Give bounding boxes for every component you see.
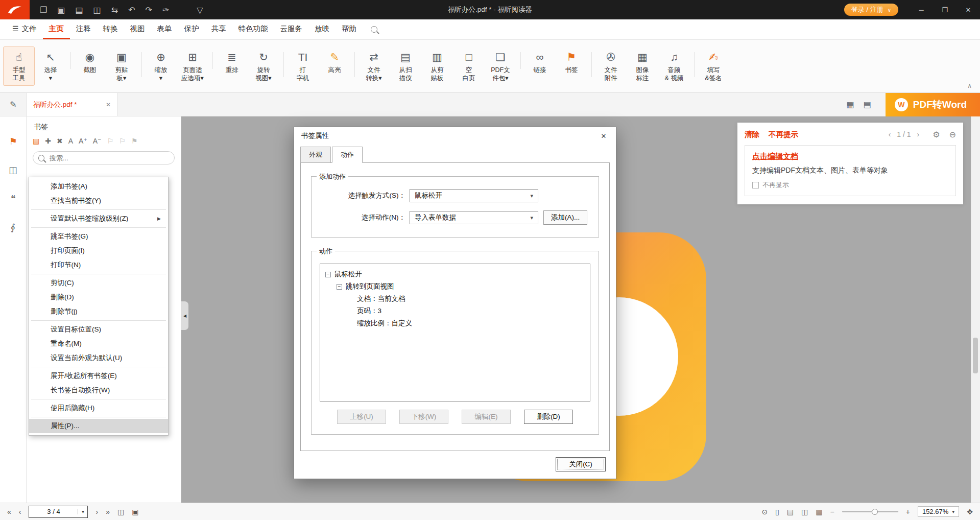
reading-view-icon[interactable]: ▤ bbox=[864, 100, 871, 109]
panel-collapse-handle[interactable]: ◀ bbox=[181, 301, 188, 330]
close-button[interactable]: ✕ bbox=[957, 0, 980, 19]
add-action-button[interactable]: 添加(A)... bbox=[543, 210, 587, 225]
ctx-delete-section[interactable]: 删除节(j) bbox=[29, 304, 168, 319]
page-number-box[interactable]: 3 / 4 ▾ bbox=[29, 506, 88, 518]
minimize-button[interactable]: ─ bbox=[910, 0, 933, 19]
ctx-goto-bookmark[interactable]: 跳至书签(G) bbox=[29, 229, 168, 244]
collapse-tip-icon[interactable]: ⊖ bbox=[949, 130, 956, 139]
tip-next-icon[interactable]: › bbox=[917, 130, 920, 138]
ribbon-snapshot[interactable]: ◉ 截图 bbox=[74, 46, 106, 78]
dialog-tab-action[interactable]: 动作 bbox=[332, 147, 363, 163]
ribbon-typewriter[interactable]: TI 打 字机 bbox=[287, 46, 319, 86]
continuous-facing-icon[interactable]: ▦ bbox=[816, 508, 822, 516]
dialog-close-icon[interactable]: ✕ bbox=[594, 129, 613, 143]
ribbon-link[interactable]: ∞ 链接 bbox=[524, 46, 556, 78]
ctx-expand-collapse-all[interactable]: 展开/收起所有书签(E) bbox=[29, 369, 168, 383]
comments-panel-icon[interactable]: ❝ bbox=[11, 193, 16, 204]
ribbon-file-attachment[interactable]: ✇ 文件 附件 bbox=[595, 46, 627, 86]
clipboard-view-icon[interactable]: ▣ bbox=[132, 508, 138, 516]
fullscreen-icon[interactable]: ✥ bbox=[967, 508, 973, 516]
zoom-in-button[interactable]: + bbox=[906, 508, 910, 516]
next-page-button[interactable]: › bbox=[95, 508, 98, 516]
ribbon-file-convert[interactable]: ⇄ 文件 转换▾ bbox=[358, 46, 390, 86]
convert-icon[interactable]: ⇆ bbox=[111, 5, 118, 15]
menu-convert[interactable]: 转换 bbox=[97, 19, 124, 39]
menu-protect[interactable]: 保护 bbox=[178, 19, 205, 39]
tab-close-icon[interactable]: ✕ bbox=[106, 101, 111, 108]
decrease-text-icon[interactable]: A⁻ bbox=[93, 137, 102, 145]
ribbon-fill-sign[interactable]: ✍ 填写 &签名 bbox=[698, 46, 729, 86]
ribbon-hand-tool[interactable]: ☝ 手型 工具 bbox=[3, 46, 35, 86]
zoom-out-button[interactable]: − bbox=[830, 508, 834, 516]
menu-file[interactable]: ☰ 文件 bbox=[6, 19, 43, 39]
read-mode-icon[interactable]: ⊙ bbox=[761, 508, 768, 516]
menu-view[interactable]: 视图 bbox=[124, 19, 151, 39]
bookmark-settings-icon[interactable]: ⚑ bbox=[131, 137, 138, 145]
ctx-set-destination[interactable]: 设置目标位置(S) bbox=[29, 322, 168, 337]
facing-page-icon[interactable]: ◫ bbox=[801, 508, 808, 516]
attachments-panel-icon[interactable]: ∮ bbox=[11, 222, 15, 233]
ribbon-image-annotation[interactable]: ▦ 图像 标注 bbox=[627, 46, 658, 86]
trigger-select[interactable]: 鼠标松开 ▾ bbox=[410, 189, 538, 202]
bookmark-panel-icon[interactable]: ⚑ bbox=[9, 136, 17, 147]
ctx-find-current-bookmark[interactable]: 查找当前书签(Y) bbox=[29, 194, 168, 208]
ctx-default-zoom-level[interactable]: 设置默认书签缩放级别(Z) ▶ bbox=[29, 211, 168, 226]
last-page-button[interactable]: » bbox=[106, 508, 110, 516]
ribbon-from-clipboard[interactable]: ▥ 从剪 贴板 bbox=[421, 46, 453, 86]
prev-page-button[interactable]: ‹ bbox=[19, 508, 21, 516]
document-tab[interactable]: 福昕办公.pdf * ✕ bbox=[27, 93, 117, 116]
zoom-slider-thumb[interactable] bbox=[872, 509, 878, 515]
maximize-button[interactable]: ❐ bbox=[933, 0, 957, 19]
pages-panel-icon[interactable]: ◫ bbox=[9, 164, 17, 176]
ribbon-rotate-view[interactable]: ↻ 旋转 视图▾ bbox=[248, 46, 279, 86]
first-page-button[interactable]: « bbox=[7, 508, 11, 516]
save-icon[interactable]: ▣ bbox=[57, 5, 65, 15]
export-icon[interactable]: ◫ bbox=[93, 5, 101, 15]
scrollbar-thumb[interactable] bbox=[973, 338, 978, 373]
ribbon-blank-page[interactable]: □ 空 白页 bbox=[453, 46, 485, 86]
action-tree-row[interactable]: 文档：当前文档 bbox=[325, 293, 585, 305]
ink-sign-icon[interactable]: ✑ bbox=[162, 5, 169, 15]
print-icon[interactable]: ▤ bbox=[75, 5, 83, 15]
ribbon-pdf-portfolio[interactable]: ❏ PDF文 件包▾ bbox=[485, 46, 516, 86]
ribbon-highlight[interactable]: ✎ 高亮 bbox=[319, 46, 350, 78]
gear-icon[interactable]: ⚙ bbox=[933, 130, 940, 139]
undo-icon[interactable]: ↶ bbox=[128, 5, 135, 15]
increase-text-icon[interactable]: A⁺ bbox=[79, 137, 87, 145]
single-page-icon[interactable]: ▯ bbox=[775, 508, 779, 516]
action-tree-row[interactable]: 缩放比例：自定义 bbox=[325, 317, 585, 329]
menu-comment[interactable]: 注释 bbox=[70, 19, 97, 39]
action-tree-row[interactable]: 鼠标松开 bbox=[325, 268, 585, 280]
ctx-print-page[interactable]: 打印页面(I) bbox=[29, 244, 168, 258]
menu-search-button[interactable] bbox=[371, 19, 377, 39]
bookmark-search-box[interactable] bbox=[33, 151, 175, 164]
rename-bookmark-icon[interactable]: A bbox=[68, 137, 73, 145]
pencil-icon[interactable]: ✎ bbox=[0, 93, 27, 116]
menu-help[interactable]: 帮助 bbox=[336, 19, 363, 39]
close-dialog-button[interactable]: 关闭(C) bbox=[556, 457, 606, 471]
ctx-properties[interactable]: 属性(P)... bbox=[29, 419, 168, 433]
ctx-wrap-long-bookmarks[interactable]: 长书签自动换行(W) bbox=[29, 383, 168, 397]
ctx-rename[interactable]: 重命名(M) bbox=[29, 337, 168, 351]
ribbon-bookmark[interactable]: ⚑ 书签 bbox=[556, 46, 587, 78]
ribbon-audio-video[interactable]: ♫ 音频 & 视频 bbox=[658, 46, 690, 86]
ribbon-page-fit-options[interactable]: ⊞ 页面适 应选项▾ bbox=[177, 46, 208, 86]
ctx-print-section[interactable]: 打印节(N) bbox=[29, 258, 168, 272]
delete-bookmark-icon[interactable]: ✖ bbox=[57, 137, 63, 145]
ctx-hide-after-use[interactable]: 使用后隐藏(H) bbox=[29, 401, 168, 415]
snapshot-icon[interactable]: ◫ bbox=[117, 508, 124, 516]
login-button[interactable]: 登录 / 注册 ∨ bbox=[844, 4, 898, 16]
pdf-to-word-banner[interactable]: W PDF转Word bbox=[886, 93, 980, 116]
ribbon-zoom[interactable]: ⊕ 缩放 ▾ bbox=[145, 46, 177, 86]
bookmark-list-icon[interactable]: ▤ bbox=[33, 137, 39, 145]
customize-quick-toolbar-icon[interactable]: ▽ bbox=[197, 5, 203, 15]
zoom-slider[interactable] bbox=[842, 508, 898, 515]
dont-prompt-button[interactable]: 不再提示 bbox=[769, 130, 798, 139]
tip-prev-icon[interactable]: ‹ bbox=[889, 130, 891, 138]
ribbon-clipboard[interactable]: ▣ 剪贴 板▾ bbox=[106, 46, 137, 86]
ribbon-select-tool[interactable]: ↖ 选择 ▾ bbox=[35, 46, 66, 86]
redo-icon[interactable]: ↷ bbox=[146, 5, 152, 15]
bookmark-search-input[interactable] bbox=[49, 154, 169, 162]
menu-features[interactable]: 特色功能 bbox=[232, 19, 274, 39]
ctx-delete[interactable]: 删除(D) bbox=[29, 290, 168, 304]
